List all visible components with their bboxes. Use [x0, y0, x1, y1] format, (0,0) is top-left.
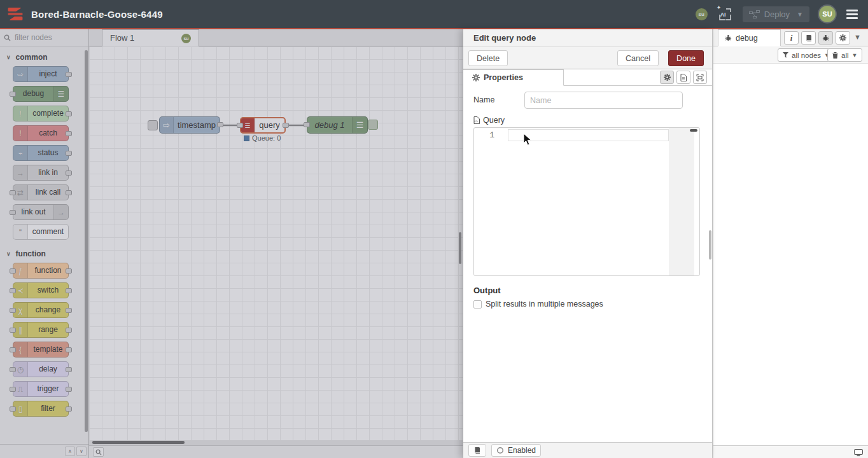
palette-node-comment[interactable]: “comment: [13, 224, 69, 240]
palette-filter-input[interactable]: [13, 32, 80, 43]
deploy-button[interactable]: Deploy ▼: [743, 6, 809, 22]
palette-node-template[interactable]: {template: [13, 342, 69, 357]
info-tab-button[interactable]: i: [784, 31, 799, 45]
palette-node-status[interactable]: ⌁status: [13, 145, 69, 161]
chevron-down-icon: ∨: [6, 251, 11, 257]
palette-category-common[interactable]: ∨common: [0, 47, 88, 66]
node-query-selected[interactable]: ☰ query: [240, 117, 286, 134]
workspace-footer: [89, 445, 463, 458]
node-timestamp[interactable]: ⇨ timestamp: [159, 116, 220, 134]
debug-toggle-button[interactable]: [368, 120, 378, 130]
palette-node-trigger[interactable]: ⎍trigger: [13, 381, 69, 397]
input-port[interactable]: [237, 123, 243, 128]
palette-node-catch[interactable]: !catch: [13, 125, 69, 141]
palette-node-label: status: [28, 146, 68, 160]
debug-messages-panel[interactable]: [713, 64, 868, 445]
input-port[interactable]: [304, 122, 310, 127]
tab-properties[interactable]: Properties: [463, 69, 564, 86]
deploy-caret-icon[interactable]: ▼: [797, 11, 803, 18]
expand-categories-button[interactable]: ∨: [76, 447, 87, 456]
editor-scrollbar-thumb[interactable]: [690, 129, 697, 132]
expand-editor-button[interactable]: [693, 71, 707, 84]
output-port: [66, 387, 72, 392]
flow-tab-label: Flow 1: [110, 33, 134, 43]
help-tab-button[interactable]: [801, 31, 816, 45]
palette-node-link-out[interactable]: link out→: [13, 204, 69, 220]
palette-category-function[interactable]: ∨function: [0, 244, 88, 263]
output-port[interactable]: [217, 122, 223, 127]
palette-node-debug[interactable]: debug☰: [13, 86, 69, 102]
output-port: [66, 111, 72, 116]
palette-node-link-call[interactable]: ⇄link call: [13, 184, 69, 200]
palette-scrollbar[interactable]: [85, 50, 88, 432]
palette-node-complete[interactable]: !complete: [13, 106, 69, 121]
debug-clear-button[interactable]: all ▼: [827, 48, 862, 62]
input-port: [10, 367, 16, 372]
palette-node-change[interactable]: χchange: [13, 302, 69, 318]
split-results-row: Split results in multiple messages: [473, 300, 603, 309]
input-port: [10, 308, 16, 313]
ai-assistant-button[interactable]: AI ✦: [717, 6, 733, 22]
tray-scrollbar[interactable]: [709, 230, 711, 260]
input-port: [10, 328, 16, 333]
palette-node-link-in[interactable]: →link in: [13, 165, 69, 181]
palette-node-label: trigger: [28, 382, 68, 396]
description-button[interactable]: [676, 71, 690, 84]
monitor-icon: [854, 449, 863, 457]
main-menu-button[interactable]: [845, 7, 859, 22]
query-code-editor[interactable]: 1: [473, 127, 700, 276]
inject-icon: ⇨: [13, 67, 28, 81]
tray-title: Edit query node: [463, 29, 712, 47]
done-button[interactable]: Done: [668, 50, 704, 66]
delete-button[interactable]: Delete: [468, 50, 508, 66]
mini-avatar[interactable]: su: [696, 8, 708, 20]
palette-node-function[interactable]: ƒfunction: [13, 263, 69, 279]
search-icon: [4, 34, 11, 41]
debug-filter-button[interactable]: all nodes ▼: [778, 48, 835, 62]
gear-icon: [839, 34, 846, 41]
event-log-button[interactable]: [854, 448, 863, 458]
editor-active-line[interactable]: [508, 129, 669, 141]
flow-tab[interactable]: Flow 1 su: [102, 29, 199, 46]
palette-node-label: debug: [13, 87, 53, 101]
edit-form-button[interactable]: [660, 71, 674, 84]
enabled-toggle-button[interactable]: Enabled: [491, 444, 541, 457]
chevron-down-icon: ∨: [6, 54, 11, 60]
sidebar-splitter[interactable]: [712, 29, 713, 458]
output-port[interactable]: [283, 123, 289, 128]
input-port: [10, 387, 16, 392]
palette-node-label: function: [28, 263, 68, 278]
inject-trigger-button[interactable]: [148, 120, 158, 130]
palette-footer: ∧ ∨: [0, 444, 88, 458]
name-input[interactable]: [524, 92, 683, 109]
user-avatar[interactable]: SU: [819, 6, 836, 22]
canvas-v-scrollbar[interactable]: [459, 232, 461, 264]
canvas-h-scrollbar[interactable]: [89, 440, 463, 445]
sidebar-tabs-menu-button[interactable]: ▼: [854, 33, 861, 41]
output-port: [66, 328, 72, 333]
collapse-categories-button[interactable]: ∧: [65, 447, 75, 456]
palette-node-label: delay: [28, 362, 68, 377]
zoom-search-button[interactable]: [93, 447, 104, 457]
editor-minimap[interactable]: [669, 128, 694, 275]
tab-debug[interactable]: debug: [718, 29, 781, 46]
split-results-checkbox[interactable]: [473, 300, 482, 309]
config-tab-button[interactable]: [836, 31, 850, 45]
cancel-button[interactable]: Cancel: [617, 50, 659, 66]
palette-node-inject[interactable]: ⇨inject: [13, 66, 69, 82]
palette-node-label: change: [28, 303, 68, 317]
palette-node-delay[interactable]: ◷delay: [13, 361, 69, 377]
editor-gutter: 1: [474, 128, 507, 275]
palette-search[interactable]: [0, 29, 88, 46]
flow-canvas[interactable]: ⇨ timestamp ☰ query Queue: 0 debug 1 ☰: [89, 46, 463, 440]
palette-node-filter[interactable]: ▯filter: [13, 401, 69, 417]
palette-node-range[interactable]: ∥range: [13, 322, 69, 338]
node-debug[interactable]: debug 1 ☰: [307, 116, 368, 134]
node-query-label: query: [255, 118, 284, 132]
palette-node-switch[interactable]: ≺switch: [13, 282, 69, 298]
link-out-icon: →: [53, 205, 68, 219]
node-help-button[interactable]: [468, 444, 486, 457]
debug-tab-button[interactable]: [818, 31, 833, 45]
output-port: [66, 288, 72, 293]
node-palette: ∨common⇨injectdebug☰!complete!catch⌁stat…: [0, 29, 89, 458]
